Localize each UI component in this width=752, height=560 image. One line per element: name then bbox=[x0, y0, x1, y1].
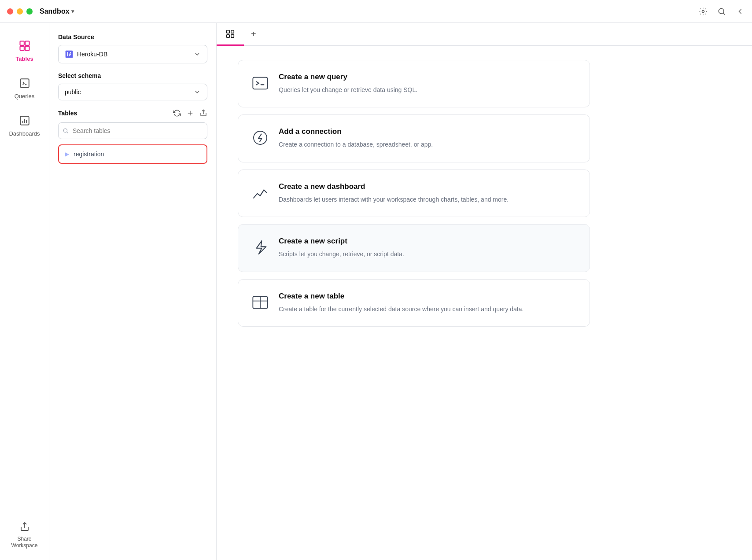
refresh-tables-icon[interactable] bbox=[173, 109, 181, 117]
new-table-title: Create a new table bbox=[279, 292, 523, 301]
tables-title: Tables bbox=[58, 110, 77, 117]
data-source-dropdown[interactable]: Heroku-DB bbox=[58, 45, 207, 63]
titlebar: Sandbox ▾ bbox=[0, 0, 752, 23]
table-icon bbox=[251, 293, 270, 312]
card-add-connection[interactable]: Add a connection Create a connection to … bbox=[238, 114, 590, 162]
svg-rect-13 bbox=[227, 30, 229, 33]
sidebar-item-tables[interactable]: Tables bbox=[0, 33, 49, 67]
new-dashboard-desc: Dashboards let users interact with your … bbox=[279, 195, 509, 204]
svg-rect-2 bbox=[20, 41, 24, 45]
share-icon bbox=[18, 521, 31, 533]
add-connection-desc: Create a connection to a database, sprea… bbox=[279, 140, 433, 149]
sidebar-item-queries[interactable]: Queries bbox=[0, 71, 49, 105]
svg-point-12 bbox=[63, 129, 67, 132]
queries-label: Queries bbox=[15, 93, 35, 99]
svg-rect-4 bbox=[20, 46, 24, 50]
content-area: + Create a new query Queries let you cha… bbox=[217, 23, 752, 560]
tabs-bar: + bbox=[217, 23, 752, 46]
svg-rect-17 bbox=[253, 77, 267, 89]
svg-point-1 bbox=[719, 8, 724, 14]
export-tables-icon[interactable] bbox=[199, 109, 207, 117]
dropdown-chevron-icon bbox=[194, 51, 201, 58]
schema-dropdown[interactable]: public bbox=[58, 84, 207, 100]
share-workspace-button[interactable]: ShareWorkspace bbox=[11, 521, 38, 560]
traffic-lights bbox=[7, 8, 33, 15]
add-tab-button[interactable]: + bbox=[244, 23, 263, 45]
search-wrapper bbox=[58, 122, 207, 139]
tables-label: Tables bbox=[15, 55, 33, 62]
cards-container: Create a new query Queries let you chang… bbox=[217, 46, 752, 560]
schema-chevron-icon bbox=[194, 88, 201, 96]
data-source-title: Data Source bbox=[58, 33, 207, 41]
new-dashboard-title: Create a new dashboard bbox=[279, 182, 509, 191]
data-panel: Data Source Heroku-DB Select schema publ… bbox=[49, 23, 217, 560]
svg-rect-5 bbox=[25, 46, 29, 50]
new-script-desc: Scripts let you change, retrieve, or scr… bbox=[279, 249, 404, 259]
new-query-title: Create a new query bbox=[279, 73, 417, 81]
card-new-query[interactable]: Create a new query Queries let you chang… bbox=[238, 60, 590, 107]
new-script-title: Create a new script bbox=[279, 237, 404, 246]
workspace-chevron-icon: ▾ bbox=[71, 8, 74, 15]
card-new-table[interactable]: Create a new table Create a table for th… bbox=[238, 279, 590, 327]
schema-value: public bbox=[65, 88, 81, 96]
svg-point-0 bbox=[702, 10, 704, 12]
terminal-icon bbox=[251, 74, 270, 93]
titlebar-icons bbox=[698, 7, 745, 16]
sidebar-item-dashboards[interactable]: Dashboards bbox=[0, 108, 49, 142]
dashboards-icon bbox=[18, 114, 32, 128]
lightning-icon bbox=[251, 238, 270, 257]
card-new-dashboard[interactable]: Create a new dashboard Dashboards let us… bbox=[238, 169, 590, 217]
search-icon[interactable] bbox=[717, 7, 726, 16]
search-tables-input[interactable] bbox=[58, 122, 207, 139]
bolt-circle-icon bbox=[251, 128, 270, 147]
new-table-desc: Create a table for the currently selecte… bbox=[279, 304, 523, 314]
svg-rect-3 bbox=[25, 41, 29, 45]
chart-icon bbox=[251, 183, 270, 203]
table-item-registration[interactable]: ▶ registration bbox=[58, 144, 207, 164]
dashboards-label: Dashboards bbox=[9, 130, 40, 137]
workspace-name[interactable]: Sandbox ▾ bbox=[40, 7, 74, 15]
main-layout: Tables Queries Dashboards bbox=[0, 23, 752, 560]
add-connection-title: Add a connection bbox=[279, 127, 433, 136]
tables-actions bbox=[173, 109, 207, 117]
tables-icon bbox=[18, 39, 32, 53]
cards-grid: Create a new query Queries let you chang… bbox=[238, 60, 590, 327]
add-table-icon[interactable] bbox=[186, 109, 194, 117]
queries-icon bbox=[18, 76, 32, 90]
svg-rect-14 bbox=[231, 30, 234, 33]
grid-tab-icon bbox=[225, 29, 235, 39]
svg-rect-16 bbox=[231, 34, 234, 37]
search-tables-icon bbox=[63, 128, 69, 134]
settings-icon[interactable] bbox=[698, 7, 708, 16]
maximize-button[interactable] bbox=[26, 8, 33, 15]
data-source-value: Heroku-DB bbox=[77, 51, 107, 58]
minimize-button[interactable] bbox=[17, 8, 23, 15]
share-workspace-label: ShareWorkspace bbox=[11, 536, 38, 549]
sidebar-nav: Tables Queries Dashboards bbox=[0, 23, 49, 560]
table-expand-icon: ▶ bbox=[65, 151, 69, 157]
collapse-icon[interactable] bbox=[735, 7, 745, 16]
tab-grid[interactable] bbox=[217, 23, 244, 46]
tables-header: Tables bbox=[58, 109, 207, 117]
heroku-icon bbox=[65, 50, 74, 59]
svg-point-18 bbox=[254, 131, 267, 144]
schema-title: Select schema bbox=[58, 72, 207, 79]
card-new-script[interactable]: Create a new script Scripts let you chan… bbox=[238, 224, 590, 272]
close-button[interactable] bbox=[7, 8, 13, 15]
svg-rect-15 bbox=[227, 34, 229, 37]
new-query-desc: Queries let you change or retrieve data … bbox=[279, 85, 417, 95]
table-item-name: registration bbox=[74, 151, 104, 158]
